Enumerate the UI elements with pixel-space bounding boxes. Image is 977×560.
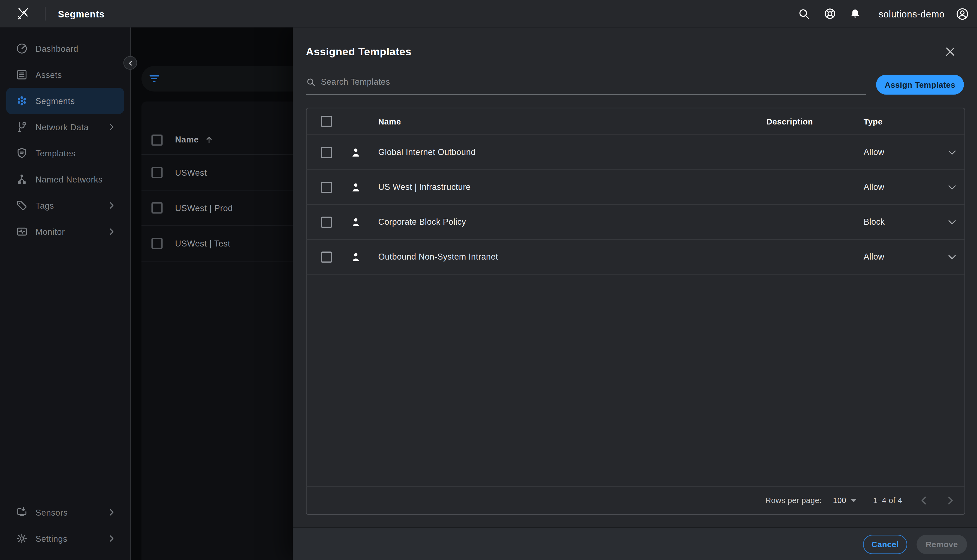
row-checkbox[interactable] xyxy=(321,147,332,158)
template-type: Allow xyxy=(863,182,940,192)
chevron-down-icon[interactable] xyxy=(946,216,959,228)
column-header-name[interactable]: Name xyxy=(378,117,766,126)
topbar-divider xyxy=(45,7,45,20)
template-type: Allow xyxy=(863,252,940,262)
pagination-bar: Rows per page: 100 1–4 of 4 xyxy=(307,486,965,514)
chevron-right-icon xyxy=(107,507,117,518)
search-icon[interactable] xyxy=(798,7,811,20)
template-name: Global Internet Outbound xyxy=(378,148,766,157)
chevron-right-icon xyxy=(107,122,117,132)
chevron-right-icon xyxy=(107,227,117,237)
segments-icon xyxy=(15,95,28,107)
chevron-down-icon[interactable] xyxy=(946,251,959,263)
template-name: Corporate Block Policy xyxy=(378,217,766,227)
column-header-type[interactable]: Type xyxy=(863,117,940,126)
template-name: US West | Infrastructure xyxy=(378,182,766,192)
drawer-toolbar: Assign Templates xyxy=(306,75,964,95)
remove-button[interactable]: Remove xyxy=(917,534,967,554)
person-icon xyxy=(350,146,362,158)
topbar-actions: solutions-demo xyxy=(798,7,970,21)
sidebar-item-assets[interactable]: Assets xyxy=(6,62,124,88)
sort-ascending-icon[interactable] xyxy=(204,135,214,144)
sidebar-item-sensors[interactable]: Sensors xyxy=(6,499,124,525)
chevron-down-icon[interactable] xyxy=(946,146,959,158)
chevron-down-icon[interactable] xyxy=(946,181,959,193)
brand-logo-icon xyxy=(15,6,31,22)
named-networks-icon xyxy=(15,173,28,185)
sensors-icon xyxy=(15,506,28,518)
select-all-checkbox[interactable] xyxy=(151,134,162,145)
search-icon xyxy=(306,77,316,87)
help-icon[interactable] xyxy=(823,7,837,20)
row-checkbox[interactable] xyxy=(151,167,162,178)
column-header-name[interactable]: Name xyxy=(175,135,199,144)
rows-per-page-label: Rows per page: xyxy=(765,496,822,505)
filter-icon xyxy=(149,75,159,83)
template-type: Allow xyxy=(863,148,940,157)
chevron-right-icon xyxy=(945,495,956,506)
chevron-left-icon xyxy=(127,59,134,66)
template-row-us-west-infrastructure[interactable]: US West | InfrastructureAllow xyxy=(307,170,965,205)
row-checkbox[interactable] xyxy=(151,238,162,249)
sidebar-nav: DashboardAssetsSegmentsNetwork DataTempl… xyxy=(0,35,130,245)
network-data-icon xyxy=(15,121,28,133)
cancel-button[interactable]: Cancel xyxy=(863,534,907,554)
assets-icon xyxy=(15,68,28,81)
chevron-right-icon xyxy=(107,200,117,210)
row-checkbox[interactable] xyxy=(321,182,332,193)
account-icon[interactable] xyxy=(955,7,970,21)
sidebar-item-monitor[interactable]: Monitor xyxy=(6,218,124,245)
sidebar-collapse-button[interactable] xyxy=(124,56,137,70)
monitor-icon xyxy=(15,225,28,238)
close-icon xyxy=(945,46,956,57)
next-page-button[interactable] xyxy=(945,495,956,506)
chevron-left-icon xyxy=(918,495,930,506)
sidebar-item-settings[interactable]: Settings xyxy=(6,525,124,552)
table-empty-area xyxy=(307,275,965,486)
row-checkbox[interactable] xyxy=(321,251,332,262)
assigned-templates-drawer: Assigned Templates Assign Templates xyxy=(293,28,977,560)
page-title: Segments xyxy=(58,8,105,19)
sidebar: DashboardAssetsSegmentsNetwork DataTempl… xyxy=(0,28,131,560)
drawer-action-bar: Cancel Remove xyxy=(293,527,977,560)
drawer-header: Assigned Templates xyxy=(293,28,977,60)
column-header-description[interactable]: Description xyxy=(766,117,863,126)
sidebar-item-named-networks[interactable]: Named Networks xyxy=(6,166,124,192)
assign-templates-button[interactable]: Assign Templates xyxy=(876,75,964,95)
tags-icon xyxy=(15,199,28,212)
sidebar-item-templates[interactable]: Templates xyxy=(6,140,124,166)
template-row-outbound-non-system-intranet[interactable]: Outbound Non-System IntranetAllow xyxy=(307,240,965,275)
top-bar: Segments solutions-demo xyxy=(0,0,977,28)
rows-per-page-value: 100 xyxy=(833,496,846,505)
pagination-range: 1–4 of 4 xyxy=(873,496,902,505)
sidebar-item-dashboard[interactable]: Dashboard xyxy=(6,35,124,62)
body-layout: DashboardAssetsSegmentsNetwork DataTempl… xyxy=(0,28,977,560)
drawer-title: Assigned Templates xyxy=(306,45,977,60)
person-icon xyxy=(350,251,362,263)
template-search-field[interactable] xyxy=(306,75,866,95)
templates-table-header: Name Description Type xyxy=(307,108,965,135)
sidebar-item-tags[interactable]: Tags xyxy=(6,192,124,218)
person-icon xyxy=(350,181,362,193)
notifications-icon[interactable] xyxy=(850,8,861,20)
templates-table: Name Description Type Global Internet Ou… xyxy=(306,108,965,515)
settings-icon xyxy=(15,532,28,545)
template-search-input[interactable] xyxy=(321,77,866,86)
person-icon xyxy=(350,216,362,228)
sidebar-item-network-data[interactable]: Network Data xyxy=(6,114,124,140)
sidebar-nav-bottom: SensorsSettings xyxy=(0,499,130,560)
caret-down-icon xyxy=(850,499,857,503)
select-all-checkbox[interactable] xyxy=(321,116,332,127)
username[interactable]: solutions-demo xyxy=(878,8,945,19)
rows-per-page-select[interactable]: 100 xyxy=(833,496,857,505)
close-button[interactable] xyxy=(945,46,956,57)
template-row-corporate-block-policy[interactable]: Corporate Block PolicyBlock xyxy=(307,205,965,240)
templates-icon xyxy=(15,147,28,159)
row-checkbox[interactable] xyxy=(151,202,162,213)
template-name: Outbound Non-System Intranet xyxy=(378,252,766,262)
row-checkbox[interactable] xyxy=(321,216,332,227)
sidebar-item-segments[interactable]: Segments xyxy=(6,88,124,114)
previous-page-button[interactable] xyxy=(918,495,930,506)
template-row-global-internet-outbound[interactable]: Global Internet OutboundAllow xyxy=(307,135,965,170)
app-root: Segments solutions-demo Dashboar xyxy=(0,0,977,560)
